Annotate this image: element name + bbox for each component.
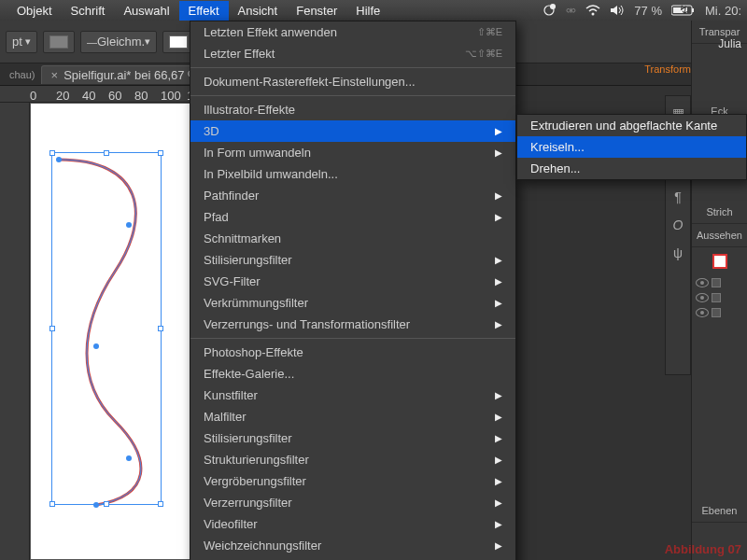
- svg-point-2: [592, 13, 595, 16]
- layer-swatch: [712, 278, 721, 287]
- menu-stilisierung-ps[interactable]: Stilisierungsfilter▶: [190, 427, 515, 449]
- layer-row-3[interactable]: [692, 305, 747, 320]
- svg-marker-3: [611, 6, 617, 15]
- menu-zeichenfilter[interactable]: Zeichenfilter▶: [190, 556, 515, 560]
- submenu-drehen[interactable]: Drehen...: [517, 158, 746, 179]
- stroke-style-select[interactable]: — Gleichm. ▾: [80, 31, 157, 53]
- menu-videofilter[interactable]: Videofilter▶: [190, 513, 515, 535]
- menu-svg-filter[interactable]: SVG-Filter▶: [190, 271, 515, 292]
- system-status: ⚮ 77 % ↯ Mi. 20:: [542, 0, 741, 21]
- menu-doc-raster-settings[interactable]: Dokument-Rastereffekt-Einstellungen...: [190, 71, 515, 92]
- svg-text:↯: ↯: [679, 5, 689, 16]
- tab-appearance[interactable]: Aussehen: [692, 224, 747, 247]
- menu-pfad[interactable]: Pfad▶: [190, 206, 515, 228]
- menu-objekt[interactable]: Objekt: [7, 1, 62, 21]
- menu-hilfe[interactable]: Hilfe: [346, 1, 389, 21]
- menu-schnittmarken[interactable]: Schnittmarken: [190, 228, 515, 249]
- svg-point-1: [550, 4, 556, 9]
- menu-3d[interactable]: 3D▶: [190, 120, 515, 142]
- menu-auswahl[interactable]: Auswahl: [114, 1, 178, 21]
- menu-stilisierung[interactable]: Stilisierungsfilter▶: [190, 249, 515, 271]
- battery-charging-icon: ↯: [671, 5, 696, 16]
- menu-verzerrung-ps[interactable]: Verzerrungsfilter▶: [190, 492, 515, 513]
- macos-menubar: Objekt Schrift Auswahl Effekt Ansicht Fe…: [0, 0, 747, 21]
- tab-layers[interactable]: Ebenen: [692, 499, 747, 523]
- visibility-icon[interactable]: [696, 278, 709, 287]
- opacity-icon[interactable]: O: [673, 217, 684, 232]
- menu-fenster[interactable]: Fenster: [287, 1, 346, 21]
- tab-stroke[interactable]: Strich: [692, 201, 747, 224]
- menu-kunstfilter[interactable]: Kunstfilter▶: [190, 385, 515, 406]
- bluetooth-icon[interactable]: ⚮: [566, 4, 576, 18]
- submenu-extrude[interactable]: Extrudieren und abgeflachte Kante: [517, 115, 746, 136]
- svg-rect-5: [692, 8, 694, 12]
- menu-vergroeber[interactable]: Vergröberungsfilter▶: [190, 470, 515, 492]
- battery-percent: 77 %: [634, 4, 662, 18]
- appearance-swatch[interactable]: [692, 247, 747, 275]
- clock: Mi. 20:: [705, 4, 741, 18]
- menu-last-effect: Letzter Effekt⌥⇧⌘E: [190, 43, 515, 64]
- menu-in-form[interactable]: In Form umwandeln▶: [190, 142, 515, 163]
- stroke-swatch[interactable]: [43, 31, 75, 53]
- submenu-3d: Extrudieren und abgeflachte Kante Kreise…: [516, 114, 747, 180]
- wifi-icon[interactable]: [585, 5, 600, 16]
- visibility-icon[interactable]: [696, 308, 709, 317]
- paragraph-icon[interactable]: ¶: [674, 189, 682, 204]
- submenu-kreiseln[interactable]: Kreiseln...: [517, 136, 746, 158]
- menu-effekt[interactable]: Effekt: [179, 1, 229, 21]
- menu-schrift[interactable]: Schrift: [62, 1, 115, 21]
- section-illustrator: Illustrator-Effekte: [190, 99, 515, 120]
- menu-weichzeichnung[interactable]: Weichzeichnungsfilter▶: [190, 535, 515, 556]
- effekt-menu: Letzten Effekt anwenden⇧⌘E Letzter Effek…: [190, 21, 516, 560]
- menu-pathfinder[interactable]: Pathfinder▶: [190, 185, 515, 206]
- usb-icon[interactable]: ψ: [673, 245, 683, 260]
- layer-swatch: [712, 308, 721, 317]
- selection-box[interactable]: [51, 152, 162, 505]
- volume-icon[interactable]: [610, 5, 625, 16]
- menu-strukturierung[interactable]: Strukturierungsfilter▶: [190, 449, 515, 470]
- close-icon[interactable]: ×: [51, 68, 59, 82]
- watermark: Abbildung 07: [665, 542, 741, 556]
- right-panel: Transpar Eck Kont. aust Gestric Strich A…: [691, 21, 747, 560]
- layer-row-1[interactable]: [692, 275, 747, 290]
- menu-in-pixelbild[interactable]: In Pixelbild umwandeln...: [190, 163, 515, 185]
- menu-malfilter[interactable]: Malfilter▶: [190, 406, 515, 427]
- menu-verkruemmung[interactable]: Verkrümmungsfilter▶: [190, 292, 515, 314]
- layer-swatch: [712, 293, 721, 302]
- layer-row-2[interactable]: [692, 290, 747, 305]
- document-title: Spielfigur.ai* bei 66,67 % (: [63, 68, 205, 82]
- visibility-icon[interactable]: [696, 293, 709, 302]
- user-label: Julia: [718, 37, 741, 50]
- menu-verzerrung-transform[interactable]: Verzerrungs- und Transformationsfilter▶: [190, 314, 515, 335]
- notification-icon[interactable]: [542, 4, 557, 17]
- section-photoshop: Photoshop-Effekte: [190, 342, 515, 363]
- transform-tab[interactable]: Transform: [644, 63, 691, 75]
- menu-ansicht[interactable]: Ansicht: [229, 1, 288, 21]
- doc-tab-left[interactable]: chau): [4, 67, 41, 82]
- menu-last-effect-apply: Letzten Effekt anwenden⇧⌘E: [190, 21, 515, 43]
- menu-effekte-galerie[interactable]: Effekte-Galerie...: [190, 363, 515, 385]
- unit-select[interactable]: pt ▾: [6, 31, 37, 53]
